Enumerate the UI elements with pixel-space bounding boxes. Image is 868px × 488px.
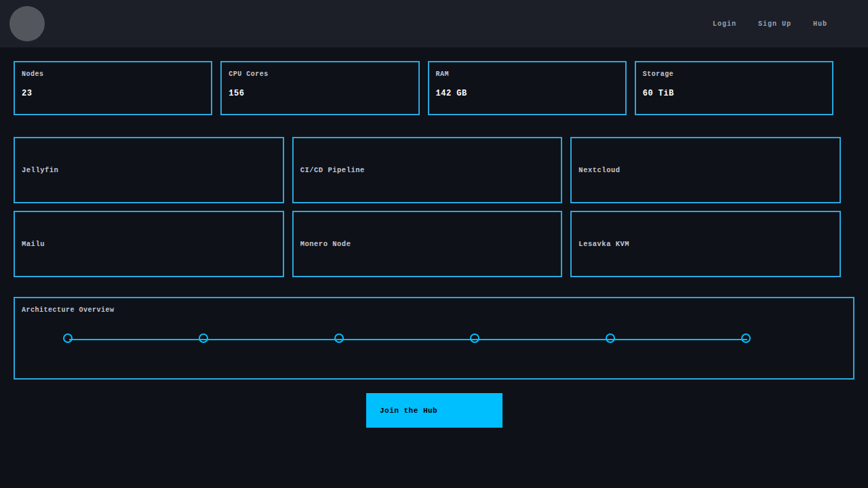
navbar: Login Sign Up Hub [0,0,868,47]
service-card-jellyfin[interactable]: Jellyfin [14,137,284,203]
stat-label: Storage [643,70,825,78]
stat-label: CPU Cores [229,70,411,78]
stat-value: 142 GB [436,89,618,98]
stats-grid: Nodes 23 CPU Cores 156 RAM 142 GB Storag… [14,61,833,115]
service-title: Mailu [22,240,45,248]
stat-card-ram: RAM 142 GB [428,61,627,115]
node-circle-icon [199,333,208,343]
stat-card-storage: Storage 60 TiB [635,61,833,115]
architecture-overview-panel: Architecture Overview [14,297,854,380]
nav-links: Login Sign Up Hub [713,20,827,28]
node-circle-icon [334,333,344,343]
stat-value: 156 [229,89,411,98]
service-title: Jellyfin [22,166,58,174]
nav-link-hub[interactable]: Hub [813,20,827,28]
node-circle-icon [741,333,751,343]
service-card-cicd-pipeline[interactable]: CI/CD Pipeline [292,137,563,203]
join-hub-button[interactable]: Join the Hub [366,393,502,428]
node-circle-icon [63,333,73,343]
nav-link-login[interactable]: Login [713,20,736,28]
service-title: CI/CD Pipeline [300,166,365,174]
service-card-nextcloud[interactable]: Nextcloud [570,137,841,203]
architecture-title: Architecture Overview [22,306,115,314]
stat-card-nodes: Nodes 23 [14,61,212,115]
nav-link-sign-up[interactable]: Sign Up [758,20,791,28]
service-title: Monero Node [300,240,351,248]
service-title: Lesavka KVM [578,240,629,248]
timeline-track [69,339,747,340]
stat-card-cpu-cores: CPU Cores 156 [220,61,419,115]
service-card-monero-node[interactable]: Monero Node [292,211,563,277]
stat-value: 23 [22,89,204,98]
stat-value: 60 TiB [643,89,825,98]
node-circle-icon [606,333,615,343]
services-grid: Jellyfin CI/CD Pipeline Nextcloud Mailu … [14,137,841,277]
service-title: Nextcloud [578,166,620,174]
service-card-lesavka-kvm[interactable]: Lesavka KVM [570,211,841,277]
node-circle-icon [470,333,479,343]
stat-label: RAM [436,70,618,78]
stat-label: Nodes [22,70,204,78]
service-card-mailu[interactable]: Mailu [14,211,284,277]
avatar[interactable] [9,6,45,41]
